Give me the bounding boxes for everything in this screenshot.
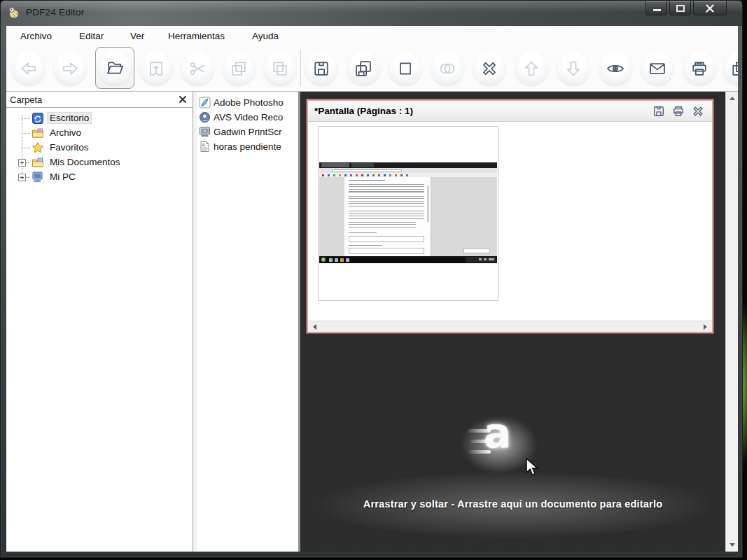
preview-print-button[interactable] xyxy=(671,104,685,118)
merge-button[interactable] xyxy=(431,52,464,85)
minimize-icon xyxy=(653,9,661,11)
preview-titlebar[interactable]: *Pantalla (Páginas : 1) xyxy=(308,101,712,122)
titlebar[interactable]: PDF24 Editor xyxy=(1,1,742,26)
print-button[interactable] xyxy=(683,52,716,85)
mini-browser-page xyxy=(319,177,497,256)
scroll-down-icon[interactable] xyxy=(729,543,735,547)
print-icon xyxy=(671,104,685,118)
tree-guide-stub xyxy=(26,177,30,178)
copy-pages-icon xyxy=(229,59,249,78)
menu-ver[interactable]: Ver xyxy=(127,29,147,43)
document-preview-window[interactable]: *Pantalla (Páginas : 1) xyxy=(307,99,713,333)
file-item-label: Adobe Photosho xyxy=(214,97,284,108)
scroll-up-icon[interactable] xyxy=(729,97,735,100)
toolbar-separator xyxy=(300,50,301,86)
pdf24-logo-letter: a xyxy=(484,410,511,457)
open-document-button[interactable] xyxy=(98,51,132,85)
email-button[interactable] xyxy=(641,52,674,85)
menu-archivo[interactable]: Archivo xyxy=(18,29,55,43)
document-drop-zone[interactable]: *Pantalla (Páginas : 1) xyxy=(300,92,725,552)
video-recorder-icon xyxy=(199,111,211,123)
extra-button[interactable] xyxy=(722,52,738,85)
content-area: Carpeta xyxy=(6,91,738,552)
preview-canvas[interactable] xyxy=(308,122,712,321)
preview-title: *Pantalla (Páginas : 1) xyxy=(314,106,413,116)
minimize-button[interactable] xyxy=(645,1,667,15)
preview-horizontal-scrollbar[interactable] xyxy=(308,321,712,332)
maximize-icon xyxy=(676,5,685,12)
move-down-icon xyxy=(564,59,583,78)
save-button[interactable] xyxy=(305,52,338,85)
file-item-horas-pendientes[interactable]: A horas pendiente xyxy=(197,139,298,154)
vertical-scrollbar[interactable] xyxy=(725,92,738,552)
move-down-button[interactable] xyxy=(557,52,590,85)
back-arrow-icon xyxy=(19,59,39,78)
preview-close-button[interactable] xyxy=(691,104,705,118)
close-icon xyxy=(691,104,705,118)
menu-editar[interactable]: Editar xyxy=(76,29,106,43)
mini-browser-navbar xyxy=(319,168,497,173)
tree-item-escritorio[interactable]: Escritorio xyxy=(6,111,193,126)
tree-guide-stub xyxy=(26,162,30,163)
close-button[interactable] xyxy=(693,1,727,15)
close-icon xyxy=(177,94,188,105)
tree-guide-stub xyxy=(22,118,30,119)
menu-herramientas[interactable]: Herramientas xyxy=(165,29,228,43)
tree-item-archivo[interactable]: Archivo xyxy=(6,126,193,141)
archive-folder-icon xyxy=(32,127,44,139)
delete-button[interactable] xyxy=(473,52,506,85)
save-all-button[interactable] xyxy=(347,52,380,85)
client-area: Archivo Editar Ver Herramientas Ayuda xyxy=(6,26,738,552)
close-icon xyxy=(706,4,714,13)
move-up-button[interactable] xyxy=(515,52,548,85)
tree-item-mis-documentos[interactable]: Mis Documentos xyxy=(6,155,193,170)
cut-scissors-icon xyxy=(188,59,207,78)
tree-item-label: Escritorio xyxy=(48,113,91,123)
expand-plus-icon[interactable] xyxy=(18,174,26,181)
blank-page-button[interactable] xyxy=(389,52,422,85)
file-item-gadwin-printscreen[interactable]: Gadwin PrintScr xyxy=(197,125,298,139)
tree-item-label: Favoritos xyxy=(48,142,91,153)
save-all-icon xyxy=(354,59,373,78)
copy-button[interactable] xyxy=(222,52,256,85)
open-folder-icon xyxy=(105,58,125,78)
maximize-button[interactable] xyxy=(669,1,691,15)
folders-panel: Carpeta xyxy=(6,92,193,552)
preview-save-button[interactable] xyxy=(652,104,666,118)
move-up-icon xyxy=(522,59,541,78)
tree-item-label: Mi PC xyxy=(48,172,78,182)
copy-pages-icon xyxy=(729,59,738,78)
drop-hint-text: Arrastrar y soltar - Arrastre aquí un do… xyxy=(300,498,725,510)
folders-panel-close-button[interactable] xyxy=(177,94,188,105)
page-thumbnail[interactable] xyxy=(318,126,498,301)
back-button[interactable] xyxy=(12,52,46,85)
import-page-icon xyxy=(146,59,166,78)
import-page-button[interactable] xyxy=(139,52,173,85)
print-icon xyxy=(690,59,709,78)
tree-item-mi-pc[interactable]: Mi PC xyxy=(6,170,193,185)
desktop-icon xyxy=(32,112,44,125)
desktop: PDF24 Editor Archivo Editar Ver Herramie… xyxy=(0,0,747,560)
toolbar xyxy=(6,44,738,91)
folders-panel-title: Carpeta xyxy=(10,94,42,105)
computer-icon xyxy=(32,171,44,183)
file-item-avs-video[interactable]: AVS Video Reco xyxy=(197,110,298,125)
forward-button[interactable] xyxy=(53,52,87,85)
screenshot-content xyxy=(319,162,497,263)
scroll-left-icon[interactable] xyxy=(313,324,316,330)
save-icon xyxy=(312,59,331,78)
file-item-adobe-photoshop[interactable]: Adobe Photosho xyxy=(197,95,298,110)
cut-button[interactable] xyxy=(181,52,214,85)
scroll-right-icon[interactable] xyxy=(704,324,707,330)
menubar: Archivo Editar Ver Herramientas Ayuda xyxy=(6,26,738,44)
delete-x-icon xyxy=(480,59,499,78)
expand-plus-icon[interactable] xyxy=(18,159,26,167)
paste-button[interactable] xyxy=(263,52,297,85)
preview-button[interactable] xyxy=(599,52,632,85)
tree-item-favoritos[interactable]: Favoritos xyxy=(6,141,193,155)
tree-guide-stub xyxy=(22,133,30,134)
menu-ayuda[interactable]: Ayuda xyxy=(249,29,281,43)
text-document-icon: A xyxy=(199,141,211,153)
tree-item-label: Archivo xyxy=(48,127,83,138)
save-icon xyxy=(652,104,666,118)
